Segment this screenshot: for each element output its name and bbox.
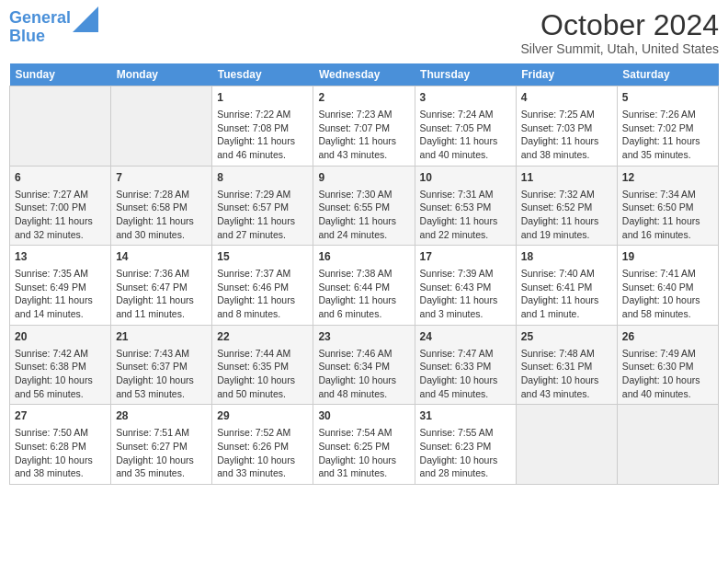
day-number: 9: [318, 170, 409, 186]
day-number: 29: [217, 408, 308, 424]
day-number: 31: [420, 408, 511, 424]
day-info: Sunrise: 7:28 AMSunset: 6:58 PMDaylight:…: [116, 188, 207, 242]
calendar-cell: 14Sunrise: 7:36 AMSunset: 6:47 PMDayligh…: [111, 246, 212, 326]
calendar-body: 1Sunrise: 7:22 AMSunset: 7:08 PMDaylight…: [10, 86, 719, 485]
day-number: 14: [116, 249, 207, 265]
day-number: 15: [217, 249, 308, 265]
day-info: Sunrise: 7:38 AMSunset: 6:44 PMDaylight:…: [318, 267, 409, 321]
day-info: Sunrise: 7:46 AMSunset: 6:34 PMDaylight:…: [318, 347, 409, 401]
calendar-cell: 2Sunrise: 7:23 AMSunset: 7:07 PMDaylight…: [313, 86, 415, 167]
day-number: 1: [217, 90, 308, 106]
day-header-sunday: Sunday: [10, 63, 111, 86]
day-number: 27: [15, 408, 106, 424]
calendar-week-1: 1Sunrise: 7:22 AMSunset: 7:08 PMDaylight…: [10, 86, 719, 167]
calendar-cell: 13Sunrise: 7:35 AMSunset: 6:49 PMDayligh…: [10, 246, 111, 326]
day-info: Sunrise: 7:24 AMSunset: 7:05 PMDaylight:…: [420, 108, 511, 162]
calendar-cell: 9Sunrise: 7:30 AMSunset: 6:55 PMDaylight…: [313, 166, 415, 246]
day-number: 6: [15, 170, 106, 186]
day-number: 19: [622, 249, 713, 265]
calendar-cell: 31Sunrise: 7:55 AMSunset: 6:23 PMDayligh…: [415, 405, 516, 485]
day-info: Sunrise: 7:43 AMSunset: 6:37 PMDaylight:…: [116, 347, 207, 401]
day-header-monday: Monday: [111, 63, 212, 86]
calendar-cell: 4Sunrise: 7:25 AMSunset: 7:03 PMDaylight…: [516, 86, 617, 167]
day-info: Sunrise: 7:54 AMSunset: 6:25 PMDaylight:…: [318, 426, 409, 480]
calendar-cell: [10, 86, 111, 167]
calendar-cell: 11Sunrise: 7:32 AMSunset: 6:52 PMDayligh…: [516, 166, 617, 246]
day-number: 21: [116, 329, 207, 345]
day-number: 22: [217, 329, 308, 345]
title-block: October 2024 Silver Summit, Utah, United…: [520, 9, 719, 56]
calendar-header: SundayMondayTuesdayWednesdayThursdayFrid…: [10, 63, 719, 86]
calendar-cell: 17Sunrise: 7:39 AMSunset: 6:43 PMDayligh…: [415, 246, 516, 326]
day-number: 10: [420, 170, 511, 186]
day-number: 20: [15, 329, 106, 345]
calendar-cell: 7Sunrise: 7:28 AMSunset: 6:58 PMDaylight…: [111, 166, 212, 246]
day-number: 12: [622, 170, 713, 186]
day-info: Sunrise: 7:25 AMSunset: 7:03 PMDaylight:…: [521, 108, 612, 162]
calendar-cell: [516, 405, 617, 485]
day-number: 24: [420, 329, 511, 345]
day-info: Sunrise: 7:22 AMSunset: 7:08 PMDaylight:…: [217, 108, 308, 162]
calendar-cell: 23Sunrise: 7:46 AMSunset: 6:34 PMDayligh…: [313, 325, 415, 405]
day-info: Sunrise: 7:49 AMSunset: 6:30 PMDaylight:…: [622, 347, 713, 401]
day-header-wednesday: Wednesday: [313, 63, 415, 86]
calendar-week-4: 20Sunrise: 7:42 AMSunset: 6:38 PMDayligh…: [10, 325, 719, 405]
day-number: 3: [420, 90, 511, 106]
calendar-cell: 22Sunrise: 7:44 AMSunset: 6:35 PMDayligh…: [212, 325, 313, 405]
day-number: 4: [521, 90, 612, 106]
day-header-thursday: Thursday: [415, 63, 516, 86]
calendar-cell: 1Sunrise: 7:22 AMSunset: 7:08 PMDaylight…: [212, 86, 313, 167]
day-info: Sunrise: 7:37 AMSunset: 6:46 PMDaylight:…: [217, 267, 308, 321]
logo-text: GeneralBlue: [9, 9, 71, 46]
calendar-table: SundayMondayTuesdayWednesdayThursdayFrid…: [9, 63, 719, 485]
day-number: 26: [622, 329, 713, 345]
day-info: Sunrise: 7:30 AMSunset: 6:55 PMDaylight:…: [318, 188, 409, 242]
header-row: SundayMondayTuesdayWednesdayThursdayFrid…: [10, 63, 719, 86]
calendar-cell: 26Sunrise: 7:49 AMSunset: 6:30 PMDayligh…: [617, 325, 718, 405]
day-number: 2: [318, 90, 409, 106]
calendar-cell: 24Sunrise: 7:47 AMSunset: 6:33 PMDayligh…: [415, 325, 516, 405]
month-title: October 2024: [520, 9, 719, 41]
calendar-cell: 30Sunrise: 7:54 AMSunset: 6:25 PMDayligh…: [313, 405, 415, 485]
day-number: 18: [521, 249, 612, 265]
day-header-friday: Friday: [516, 63, 617, 86]
calendar-cell: 10Sunrise: 7:31 AMSunset: 6:53 PMDayligh…: [415, 166, 516, 246]
day-info: Sunrise: 7:35 AMSunset: 6:49 PMDaylight:…: [15, 267, 106, 321]
calendar-cell: 3Sunrise: 7:24 AMSunset: 7:05 PMDaylight…: [415, 86, 516, 167]
day-info: Sunrise: 7:39 AMSunset: 6:43 PMDaylight:…: [420, 267, 511, 321]
calendar-cell: [617, 405, 718, 485]
calendar-cell: 29Sunrise: 7:52 AMSunset: 6:26 PMDayligh…: [212, 405, 313, 485]
day-info: Sunrise: 7:34 AMSunset: 6:50 PMDaylight:…: [622, 188, 713, 242]
day-info: Sunrise: 7:47 AMSunset: 6:33 PMDaylight:…: [420, 347, 511, 401]
calendar-week-2: 6Sunrise: 7:27 AMSunset: 7:00 PMDaylight…: [10, 166, 719, 246]
day-info: Sunrise: 7:29 AMSunset: 6:57 PMDaylight:…: [217, 188, 308, 242]
day-info: Sunrise: 7:31 AMSunset: 6:53 PMDaylight:…: [420, 188, 511, 242]
day-info: Sunrise: 7:23 AMSunset: 7:07 PMDaylight:…: [318, 108, 409, 162]
calendar-cell: 8Sunrise: 7:29 AMSunset: 6:57 PMDaylight…: [212, 166, 313, 246]
day-number: 17: [420, 249, 511, 265]
calendar-cell: 12Sunrise: 7:34 AMSunset: 6:50 PMDayligh…: [617, 166, 718, 246]
day-info: Sunrise: 7:32 AMSunset: 6:52 PMDaylight:…: [521, 188, 612, 242]
day-number: 7: [116, 170, 207, 186]
calendar-cell: 21Sunrise: 7:43 AMSunset: 6:37 PMDayligh…: [111, 325, 212, 405]
day-info: Sunrise: 7:52 AMSunset: 6:26 PMDaylight:…: [217, 426, 308, 480]
day-info: Sunrise: 7:55 AMSunset: 6:23 PMDaylight:…: [420, 426, 511, 480]
day-info: Sunrise: 7:51 AMSunset: 6:27 PMDaylight:…: [116, 426, 207, 480]
day-number: 23: [318, 329, 409, 345]
day-header-saturday: Saturday: [617, 63, 718, 86]
day-info: Sunrise: 7:40 AMSunset: 6:41 PMDaylight:…: [521, 267, 612, 321]
calendar-week-5: 27Sunrise: 7:50 AMSunset: 6:28 PMDayligh…: [10, 405, 719, 485]
calendar-cell: 18Sunrise: 7:40 AMSunset: 6:41 PMDayligh…: [516, 246, 617, 326]
day-info: Sunrise: 7:50 AMSunset: 6:28 PMDaylight:…: [15, 426, 106, 480]
day-number: 8: [217, 170, 308, 186]
calendar-cell: 28Sunrise: 7:51 AMSunset: 6:27 PMDayligh…: [111, 405, 212, 485]
day-number: 5: [622, 90, 713, 106]
day-info: Sunrise: 7:36 AMSunset: 6:47 PMDaylight:…: [116, 267, 207, 321]
calendar-cell: 5Sunrise: 7:26 AMSunset: 7:02 PMDaylight…: [617, 86, 718, 167]
logo: GeneralBlue: [9, 9, 98, 46]
day-info: Sunrise: 7:42 AMSunset: 6:38 PMDaylight:…: [15, 347, 106, 401]
day-number: 11: [521, 170, 612, 186]
calendar-cell: 15Sunrise: 7:37 AMSunset: 6:46 PMDayligh…: [212, 246, 313, 326]
calendar-week-3: 13Sunrise: 7:35 AMSunset: 6:49 PMDayligh…: [10, 246, 719, 326]
day-info: Sunrise: 7:48 AMSunset: 6:31 PMDaylight:…: [521, 347, 612, 401]
